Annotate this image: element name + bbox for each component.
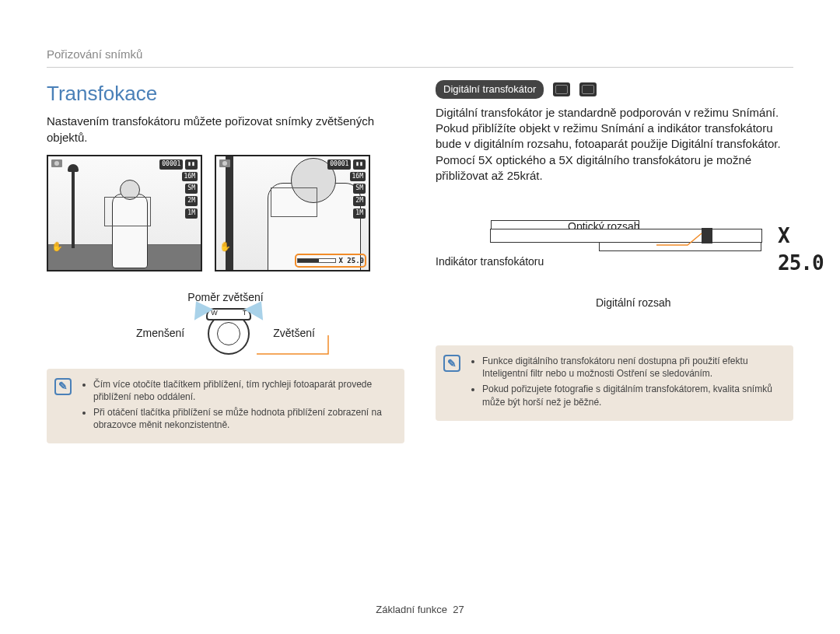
osd-chip-3: 1M: [353, 208, 366, 219]
frame-counter: 00001: [159, 159, 183, 170]
shutter-button-illustration: W T: [208, 313, 250, 355]
zoom-indicator: X 25.0: [297, 256, 364, 265]
osd-chip-2: 2M: [353, 196, 366, 206]
osd-chip-2: 2M: [185, 196, 198, 206]
zoom-in-label: Zvětšení: [273, 326, 315, 341]
page-title: Transfokace: [47, 80, 404, 107]
footer-label: Základní funkce: [376, 604, 447, 615]
osd-chip-0: 16M: [182, 172, 198, 182]
camera-icon: [219, 159, 230, 167]
scn-mode-icon: [579, 82, 597, 96]
battery-icon: ▮▮: [185, 159, 198, 170]
note-icon: ✎: [54, 378, 72, 395]
camera-icon: [51, 159, 62, 167]
digital-zoom-body: Digitální transfokátor je standardně pod…: [436, 105, 793, 184]
note-icon: ✎: [443, 355, 460, 372]
page-number: 27: [453, 604, 464, 615]
zoom-indicator-label: Indikátor transfokátoru: [436, 255, 544, 269]
antishake-icon: ✋: [51, 240, 63, 253]
frame-counter: 00001: [327, 159, 351, 170]
osd-chip-1: SM: [185, 184, 198, 194]
note-item: Pokud pořizujete fotografie s digitálním…: [482, 383, 782, 408]
subheading-digital-zoom: Digitální transfokátor: [436, 80, 544, 99]
preview-zoomed: ✋ 00001▮▮ 16M SM 2M 1M X 25.0: [215, 155, 370, 271]
osd-chip-3: 1M: [185, 208, 198, 219]
p-mode-icon: [553, 82, 570, 96]
zoom-value: X 25.0: [338, 256, 364, 265]
section-header: Pořizování snímků: [47, 47, 793, 68]
right-column: Digitální transfokátor Digitální transfo…: [436, 80, 793, 443]
zoom-thumb: [702, 228, 712, 243]
page-footer: Základní funkce 27: [0, 603, 840, 617]
osd-chip-1: SM: [353, 184, 366, 194]
battery-icon: ▮▮: [353, 159, 366, 170]
note-item: Při otáčení tlačítka přiblížení se může …: [93, 406, 394, 431]
zoom-max-value: X 25.0: [778, 222, 824, 277]
preview-row: ✋ 00001▮▮ 16M SM 2M 1M ✋: [47, 155, 404, 271]
left-column: Transfokace Nastavením transfokátoru můž…: [47, 80, 404, 443]
note-box-right: ✎ Funkce digitálního transfokátoru není …: [436, 345, 793, 421]
zoom-indicator-bar: [490, 229, 762, 243]
zoom-ratio-label: Poměr zvětšení: [47, 290, 404, 305]
zoom-control-diagram: Zmenšení W T Zvětšení: [47, 313, 404, 355]
preview-wide: ✋ 00001▮▮ 16M SM 2M 1M: [47, 155, 202, 271]
intro-text: Nastavením transfokátoru můžete pořizova…: [47, 114, 404, 145]
note-item: Čím více otočíte tlačítkem přiblížení, t…: [93, 378, 394, 403]
note-box-left: ✎ Čím více otočíte tlačítkem přiblížení,…: [47, 369, 404, 444]
antishake-icon: ✋: [219, 240, 231, 253]
note-item: Funkce digitálního transfokátoru není do…: [482, 355, 782, 380]
zoom-out-label: Zmenšení: [136, 326, 184, 341]
osd-chip-0: 16M: [350, 172, 366, 182]
digital-range-label: Digitální rozsah: [596, 296, 671, 310]
